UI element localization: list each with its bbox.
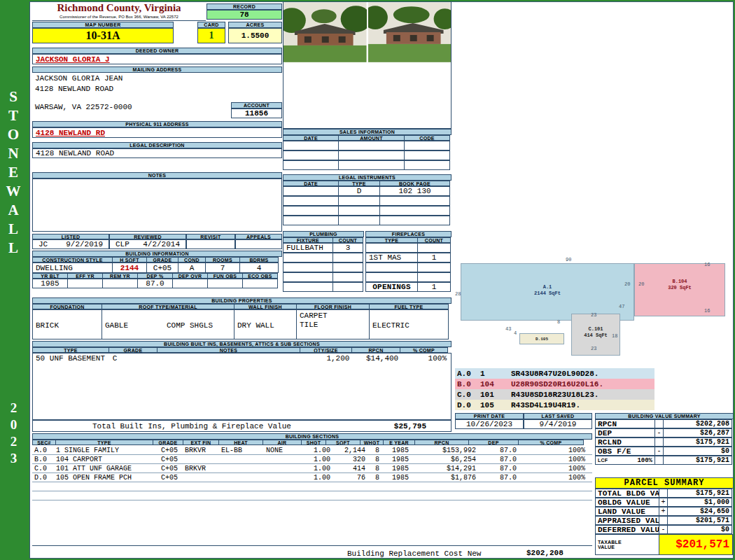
sketch-dim: 20 <box>638 281 644 287</box>
sketch-dim: 90 <box>566 257 571 262</box>
openings-row: OPENINGS 1 <box>365 282 451 292</box>
notes-header: NOTES <box>32 172 282 178</box>
county-header: Richmond County, Virginia Commissioner o… <box>32 2 206 21</box>
parcel-row-deferred: DEFERRED VALUE - $0 <box>595 525 732 534</box>
floor-finish-2: TILE <box>300 321 318 330</box>
building-sections-col-headers: SEC# TYPE GRADE EXT FIN HEAT AIR SHGT SQ… <box>32 440 584 445</box>
sketch-dim: 16 <box>704 262 710 267</box>
legal-description-value: 4128 NEWLAND ROAD <box>32 148 282 158</box>
building-properties-values: BRICK GABLE COMP SHGLS DRY WALL CARPET T… <box>32 309 449 340</box>
legal-row-2 <box>283 196 450 206</box>
col-rooms: ROOMS <box>205 257 240 262</box>
listed-by: JC <box>38 240 48 248</box>
built-in-rpcn: $14,400 <box>354 354 402 363</box>
sketch-dim: 28 <box>455 291 461 297</box>
col-fp-count: COUNT <box>417 237 451 243</box>
bvs-row-obs: OBS F/E - $0 <box>595 447 732 456</box>
building-section-row-empty-2 <box>32 491 592 500</box>
plumbing-header: PLUMBING <box>283 231 364 237</box>
bvs-row-dep: DEP - $26,287 <box>595 428 732 438</box>
col-bs-grade: GRADE <box>153 440 183 445</box>
deeded-owner-value: JACKSON GLORIA J <box>32 54 282 64</box>
built-ins-col-headers: TYPE GRADE NOTES QTY/SIZE RPCN % COMP <box>32 347 448 353</box>
building-value-summary-header: BUILDING VALUE SUMMARY <box>595 413 734 419</box>
sketch-code-a: A.0 1 SR43U8R47U20L90D28. <box>455 368 654 379</box>
col-bdrms: BDRMS <box>239 257 279 262</box>
col-heat: HEAT <box>218 440 263 445</box>
col-eyear: E YEAR <box>383 440 415 445</box>
col-grade: GRADE <box>108 347 158 353</box>
built-ins-total-label: Total Built Ins, Plumbing & Fireplace Va… <box>92 422 291 430</box>
col-sale-date: DATE <box>283 135 339 141</box>
funobs-value <box>207 279 243 288</box>
plumbing-row-3 <box>283 262 363 272</box>
parcel-row-appraised: APPRAISED VALUE $201,571 <box>595 516 732 525</box>
roof-value: GABLE COMP SHGLS <box>102 309 234 340</box>
parcel-label: APPRAISED VALUE <box>595 516 659 525</box>
reviewed-by: CLP <box>115 240 130 248</box>
notes-area <box>32 178 282 232</box>
bvs-value: $26,287 <box>663 428 732 438</box>
col-bs-rpcn: RPCN <box>414 440 469 445</box>
col-li-date: DATE <box>283 181 339 186</box>
built-in-grade: C <box>110 354 159 363</box>
fixture-count-value: 3 <box>332 243 363 253</box>
building-info-row2-values: 1985 87.0 <box>32 279 278 288</box>
appeals-header: APPEALS <box>235 234 282 239</box>
building-section-row-a: A.0 1 SINGLE FAMILY C+05 BRKVR EL-BB NON… <box>32 446 592 455</box>
plumbing-row-5 <box>283 282 363 292</box>
col-remyr: REM YR <box>102 273 138 279</box>
code-sec: A.0 <box>455 370 480 378</box>
code-num: 1 <box>480 370 511 378</box>
property-photo-2[interactable] <box>368 2 451 62</box>
bvs-value: $175,921 <box>663 456 732 465</box>
parcel-row-land: LAND VALUE + $24,650 <box>595 507 732 516</box>
col-type: TYPE <box>32 347 109 353</box>
floor-finish-1: CARPET <box>300 312 328 321</box>
hsqft-value: 2144 <box>112 262 147 273</box>
sketch-a-sqft: 2144 SqFt <box>461 290 634 297</box>
sketch-code-c: C.0 101 R43U8SD18R23U18L23. <box>455 389 654 400</box>
parcel-row-obldg: OBLDG VALUE + $1,000 <box>595 498 732 507</box>
fp-type-value: 1ST MAS <box>365 253 418 262</box>
sketch-code-d: D.0 105 R43SD4L19U4R19. <box>455 400 654 410</box>
built-ins-header: BUILDING BUILT INS, BASEMENTS, ATTICS & … <box>32 341 451 347</box>
physical-address-value: 4128 NEWLAND RD <box>32 127 282 138</box>
col-sec: SEC# <box>32 440 56 445</box>
bvs-value: $175,921 <box>663 438 732 447</box>
building-info-row2-headers: YR BLT EFF YR REM YR DEP % DEP OVR FUN O… <box>32 273 278 279</box>
built-ins-total-row: Total Built Ins, Plumbing & Fireplace Va… <box>32 420 451 432</box>
sketch-dim: 20 <box>624 281 630 287</box>
listed-date: 9/2/2019 <box>66 240 103 248</box>
sketch-dim: 16 <box>704 308 710 314</box>
commissioner-line: Commissioner of the Revenue, PO Box 366,… <box>32 15 206 19</box>
li-date <box>283 186 339 196</box>
parcel-row-taxable: TAXABLE VALUE $201,571 <box>595 534 733 555</box>
mailing-address-header: MAILING ADDRESS <box>32 66 282 73</box>
bvs-value: $0 <box>663 447 732 456</box>
bvs-label: OBS F/E <box>595 447 655 456</box>
map-number-value: 10-31A <box>32 28 174 43</box>
code-num: 101 <box>480 391 511 399</box>
bvs-row-rclnd: RCLND $175,921 <box>595 438 732 447</box>
county-title: Richmond County, Virginia <box>32 2 206 14</box>
grade-value: C+05 <box>146 262 178 273</box>
property-photo-1[interactable] <box>284 2 367 62</box>
col-grade: GRADE <box>146 257 178 262</box>
sales-col-headers: DATE AMOUNT CODE <box>283 135 450 141</box>
footer-label: Building Replacement Cost New <box>347 550 481 558</box>
code-string: R43SD4L19U4R19. <box>511 401 580 410</box>
sketch-label-b: B.104 320 SqFt <box>634 279 725 291</box>
yrblt-value: 1985 <box>32 279 68 288</box>
built-ins-total-value: $25,795 <box>394 422 426 430</box>
parcel-value: $175,921 <box>667 489 732 498</box>
parcel-value: $201,571 <box>667 516 732 525</box>
map-number-header: MAP NUMBER <box>32 22 174 28</box>
print-date-header: PRINT DATE <box>455 413 524 419</box>
legal-row-3 <box>283 206 450 216</box>
li-type: D <box>338 186 380 196</box>
col-foundation: FOUNDATION <box>32 304 102 309</box>
effyr-value <box>67 279 103 288</box>
code-string: R43U8SD18R23U18L23. <box>511 391 598 399</box>
sketch-label-a: A.1 2144 SqFt <box>461 284 634 297</box>
